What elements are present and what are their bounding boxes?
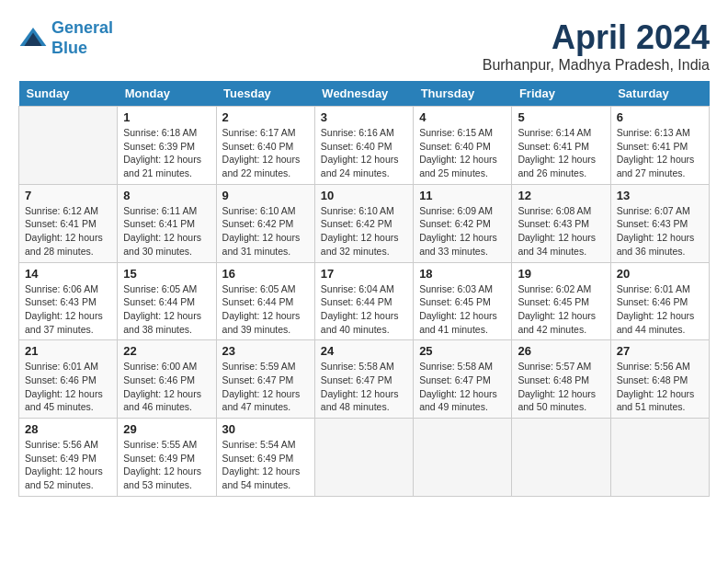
- day-info: Sunrise: 5:56 AM Sunset: 6:48 PM Dayligh…: [617, 360, 703, 414]
- day-cell: 7Sunrise: 6:12 AM Sunset: 6:41 PM Daylig…: [19, 184, 118, 262]
- day-number: 24: [321, 344, 407, 358]
- day-number: 2: [222, 110, 309, 124]
- day-info: Sunrise: 6:10 AM Sunset: 6:42 PM Dayligh…: [222, 204, 309, 259]
- weekday-header-sunday: Sunday: [19, 81, 118, 107]
- day-info: Sunrise: 6:18 AM Sunset: 6:39 PM Dayligh…: [123, 126, 210, 180]
- day-cell: [314, 419, 413, 497]
- day-cell: 20Sunrise: 6:01 AM Sunset: 6:46 PM Dayli…: [610, 262, 709, 340]
- day-info: Sunrise: 5:55 AM Sunset: 6:49 PM Dayligh…: [123, 438, 210, 492]
- day-cell: 2Sunrise: 6:17 AM Sunset: 6:40 PM Daylig…: [216, 107, 314, 185]
- day-info: Sunrise: 6:04 AM Sunset: 6:44 PM Dayligh…: [321, 282, 407, 337]
- day-number: 25: [419, 344, 506, 358]
- day-cell: 4Sunrise: 6:15 AM Sunset: 6:40 PM Daylig…: [414, 107, 512, 185]
- day-cell: 9Sunrise: 6:10 AM Sunset: 6:42 PM Daylig…: [216, 184, 314, 262]
- day-info: Sunrise: 6:05 AM Sunset: 6:44 PM Dayligh…: [222, 282, 309, 337]
- day-number: 16: [222, 267, 309, 281]
- logo-text: General Blue: [51, 18, 113, 58]
- day-info: Sunrise: 5:57 AM Sunset: 6:48 PM Dayligh…: [518, 360, 604, 414]
- day-number: 23: [222, 344, 309, 358]
- day-info: Sunrise: 6:13 AM Sunset: 6:41 PM Dayligh…: [617, 126, 703, 180]
- day-cell: [414, 419, 512, 497]
- day-cell: 15Sunrise: 6:05 AM Sunset: 6:44 PM Dayli…: [118, 262, 216, 340]
- day-number: 30: [222, 422, 309, 436]
- day-info: Sunrise: 5:59 AM Sunset: 6:47 PM Dayligh…: [222, 360, 309, 414]
- logo-line2: Blue: [51, 39, 87, 57]
- day-info: Sunrise: 6:16 AM Sunset: 6:40 PM Dayligh…: [321, 126, 407, 180]
- day-number: 5: [518, 110, 604, 124]
- day-number: 8: [123, 189, 210, 202]
- day-number: 14: [25, 267, 111, 281]
- day-cell: 29Sunrise: 5:55 AM Sunset: 6:49 PM Dayli…: [118, 419, 216, 497]
- day-info: Sunrise: 5:56 AM Sunset: 6:49 PM Dayligh…: [25, 438, 111, 492]
- day-number: 11: [419, 189, 506, 202]
- day-number: 21: [25, 344, 111, 358]
- weekday-header-monday: Monday: [118, 81, 216, 107]
- day-cell: 26Sunrise: 5:57 AM Sunset: 6:48 PM Dayli…: [512, 340, 610, 419]
- day-info: Sunrise: 6:11 AM Sunset: 6:41 PM Dayligh…: [123, 204, 210, 259]
- day-number: 13: [617, 189, 703, 202]
- page-header: General Blue April 2024 Burhanpur, Madhy…: [18, 18, 710, 74]
- logo-line1: General: [51, 18, 113, 37]
- calendar: SundayMondayTuesdayWednesdayThursdayFrid…: [18, 81, 710, 497]
- day-info: Sunrise: 5:58 AM Sunset: 6:47 PM Dayligh…: [321, 360, 407, 414]
- month-title: April 2024: [483, 18, 710, 57]
- day-cell: [610, 419, 709, 497]
- day-number: 9: [222, 189, 309, 202]
- day-cell: 6Sunrise: 6:13 AM Sunset: 6:41 PM Daylig…: [610, 107, 709, 185]
- day-info: Sunrise: 6:14 AM Sunset: 6:41 PM Dayligh…: [518, 126, 604, 180]
- title-area: April 2024 Burhanpur, Madhya Pradesh, In…: [483, 18, 710, 74]
- day-cell: [512, 419, 610, 497]
- day-info: Sunrise: 6:01 AM Sunset: 6:46 PM Dayligh…: [617, 282, 703, 337]
- weekday-header-row: SundayMondayTuesdayWednesdayThursdayFrid…: [19, 81, 710, 107]
- day-number: 22: [123, 344, 210, 358]
- day-number: 10: [321, 189, 407, 202]
- day-number: 29: [123, 422, 210, 436]
- logo-icon: [18, 24, 48, 53]
- day-info: Sunrise: 6:12 AM Sunset: 6:41 PM Dayligh…: [25, 204, 111, 259]
- day-number: 4: [419, 110, 506, 124]
- day-cell: 17Sunrise: 6:04 AM Sunset: 6:44 PM Dayli…: [314, 262, 413, 340]
- day-number: 27: [617, 344, 703, 358]
- day-info: Sunrise: 5:54 AM Sunset: 6:49 PM Dayligh…: [222, 438, 309, 492]
- day-info: Sunrise: 6:08 AM Sunset: 6:43 PM Dayligh…: [518, 204, 604, 259]
- day-info: Sunrise: 6:09 AM Sunset: 6:42 PM Dayligh…: [419, 204, 506, 259]
- day-info: Sunrise: 6:17 AM Sunset: 6:40 PM Dayligh…: [222, 126, 309, 180]
- day-cell: [19, 107, 118, 185]
- day-cell: 3Sunrise: 6:16 AM Sunset: 6:40 PM Daylig…: [314, 107, 413, 185]
- day-cell: 11Sunrise: 6:09 AM Sunset: 6:42 PM Dayli…: [414, 184, 512, 262]
- day-number: 6: [617, 110, 703, 124]
- day-cell: 22Sunrise: 6:00 AM Sunset: 6:46 PM Dayli…: [118, 340, 216, 419]
- location: Burhanpur, Madhya Pradesh, India: [483, 57, 710, 74]
- day-info: Sunrise: 6:15 AM Sunset: 6:40 PM Dayligh…: [419, 126, 506, 180]
- day-cell: 14Sunrise: 6:06 AM Sunset: 6:43 PM Dayli…: [19, 262, 118, 340]
- day-info: Sunrise: 5:58 AM Sunset: 6:47 PM Dayligh…: [419, 360, 506, 414]
- day-cell: 19Sunrise: 6:02 AM Sunset: 6:45 PM Dayli…: [512, 262, 610, 340]
- logo: General Blue: [18, 18, 113, 58]
- week-row-3: 14Sunrise: 6:06 AM Sunset: 6:43 PM Dayli…: [19, 262, 710, 340]
- day-number: 7: [25, 189, 111, 202]
- day-info: Sunrise: 6:01 AM Sunset: 6:46 PM Dayligh…: [25, 360, 111, 414]
- day-info: Sunrise: 6:06 AM Sunset: 6:43 PM Dayligh…: [25, 282, 111, 337]
- day-number: 1: [123, 110, 210, 124]
- day-info: Sunrise: 6:02 AM Sunset: 6:45 PM Dayligh…: [518, 282, 604, 337]
- weekday-header-friday: Friday: [512, 81, 610, 107]
- day-cell: 8Sunrise: 6:11 AM Sunset: 6:41 PM Daylig…: [118, 184, 216, 262]
- weekday-header-tuesday: Tuesday: [216, 81, 314, 107]
- day-cell: 27Sunrise: 5:56 AM Sunset: 6:48 PM Dayli…: [610, 340, 709, 419]
- day-number: 12: [518, 189, 604, 202]
- day-info: Sunrise: 6:05 AM Sunset: 6:44 PM Dayligh…: [123, 282, 210, 337]
- day-number: 26: [518, 344, 604, 358]
- day-number: 18: [419, 267, 506, 281]
- day-info: Sunrise: 6:03 AM Sunset: 6:45 PM Dayligh…: [419, 282, 506, 337]
- week-row-4: 21Sunrise: 6:01 AM Sunset: 6:46 PM Dayli…: [19, 340, 710, 419]
- day-cell: 24Sunrise: 5:58 AM Sunset: 6:47 PM Dayli…: [314, 340, 413, 419]
- day-info: Sunrise: 6:00 AM Sunset: 6:46 PM Dayligh…: [123, 360, 210, 414]
- day-info: Sunrise: 6:07 AM Sunset: 6:43 PM Dayligh…: [617, 204, 703, 259]
- day-cell: 18Sunrise: 6:03 AM Sunset: 6:45 PM Dayli…: [414, 262, 512, 340]
- weekday-header-thursday: Thursday: [414, 81, 512, 107]
- weekday-header-saturday: Saturday: [610, 81, 709, 107]
- day-cell: 5Sunrise: 6:14 AM Sunset: 6:41 PM Daylig…: [512, 107, 610, 185]
- day-number: 3: [321, 110, 407, 124]
- day-info: Sunrise: 6:10 AM Sunset: 6:42 PM Dayligh…: [321, 204, 407, 259]
- day-number: 28: [25, 422, 111, 436]
